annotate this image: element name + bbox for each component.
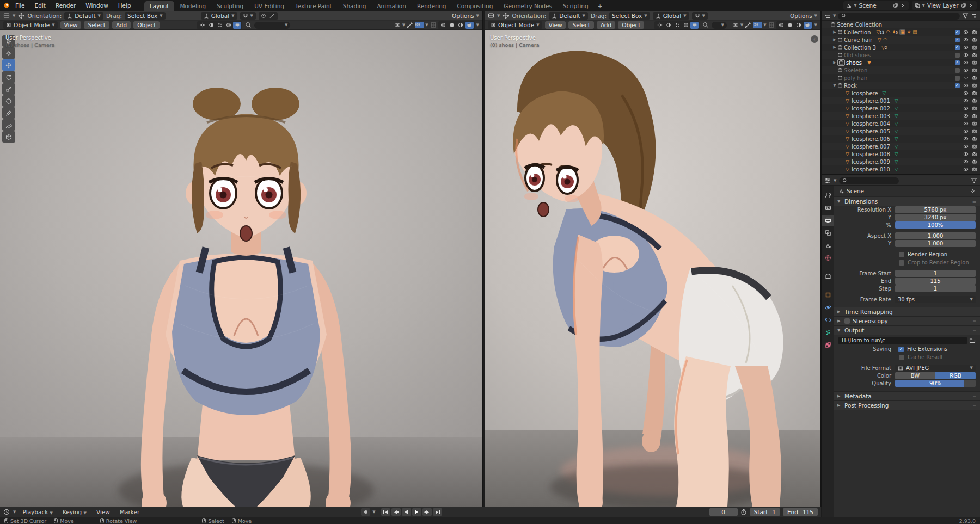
file-extensions-checkbox[interactable]: ✓ (898, 347, 904, 352)
exclude-checkbox[interactable]: ✓ (955, 38, 960, 42)
shading-solid-icon[interactable] (786, 22, 794, 29)
hide-eye-icon[interactable] (962, 44, 970, 51)
outliner-row-icosphere-004[interactable]: ▽Icosphere.004▽ (822, 120, 980, 127)
blender-logo-icon[interactable] (3, 2, 10, 9)
shading-material-icon[interactable] (457, 22, 465, 29)
expand-arrow[interactable]: ▶ (832, 60, 837, 65)
render-visibility-icon[interactable] (971, 75, 978, 81)
percent-slider[interactable]: 100% (895, 221, 976, 229)
render-visibility-icon[interactable] (971, 29, 978, 35)
value-field[interactable]: 115 (895, 278, 976, 285)
shading-rendered-icon[interactable] (465, 22, 474, 29)
panel-menu-icon[interactable]: ☰ (972, 199, 977, 204)
render-visibility-icon[interactable] (971, 151, 978, 157)
proportional-edit-icon[interactable] (260, 13, 268, 20)
hide-eye-icon[interactable] (962, 59, 970, 66)
drag-dropdown[interactable]: Select Box▼ (609, 12, 650, 20)
render-visibility-icon[interactable] (971, 143, 978, 150)
snap-dropdown[interactable]: ▼ (240, 12, 256, 20)
menu-add[interactable]: Add (112, 21, 131, 29)
outliner-row-shoes[interactable]: ▶shoes▼✓ (822, 59, 980, 66)
panel-metadata[interactable]: ▶Metadata≡ (834, 391, 980, 400)
hide-eye-icon[interactable] (962, 158, 970, 165)
viewport-search-field[interactable]: ▼ (254, 22, 290, 29)
render-visibility-icon[interactable] (971, 59, 978, 66)
overlays-toggle-icon[interactable] (753, 22, 762, 28)
menu-object[interactable]: Object (133, 21, 160, 29)
add-cube-tool[interactable] (2, 131, 15, 143)
options-dropdown[interactable]: Options▼ (790, 13, 817, 19)
hide-eye-icon[interactable] (962, 143, 970, 150)
workspace-tab-scripting[interactable]: Scripting (558, 1, 594, 11)
outliner-row-collection[interactable]: ▶Collection▽13◠✦5▣✶▤✓ (822, 28, 980, 36)
menu-file[interactable]: File (11, 1, 29, 10)
global-orientation-icon[interactable] (224, 22, 232, 29)
play-button[interactable] (412, 508, 421, 516)
viewport-search-field[interactable]: ▼ (712, 22, 726, 29)
workspace-tab-geometry-nodes[interactable]: Geometry Nodes (498, 1, 558, 11)
exclude-checkbox[interactable]: ✓ (955, 60, 960, 65)
value-field[interactable]: 3240 px (895, 214, 976, 221)
object-visibility-icon[interactable] (732, 22, 739, 28)
close-icon[interactable] (969, 3, 974, 8)
transform-tool[interactable] (2, 95, 15, 107)
pin-icon[interactable] (970, 188, 976, 194)
menu-select[interactable]: Select (84, 21, 109, 29)
checkbox[interactable] (899, 260, 904, 266)
properties-tab-view-layer[interactable] (822, 227, 834, 238)
properties-tab-texture[interactable] (822, 340, 834, 350)
value-field[interactable]: 5760 px (895, 206, 976, 213)
hide-eye-icon[interactable] (962, 166, 970, 172)
properties-editor-icon[interactable] (824, 177, 831, 184)
active-tool-icon[interactable] (233, 22, 241, 29)
outliner-row-icosphere[interactable]: ▽Icosphere▽ (822, 89, 980, 97)
hide-eye-icon[interactable] (962, 151, 970, 157)
move-tool[interactable] (2, 59, 15, 71)
hide-eye-icon[interactable] (962, 97, 970, 104)
panel-post-processing[interactable]: ▶Post Processing≡ (834, 400, 980, 410)
play-reverse-button[interactable] (402, 508, 411, 516)
outliner-row-scene-collection[interactable]: Scene Collection (822, 21, 980, 28)
outliner-row-skeleton[interactable]: Skeleton (822, 66, 980, 74)
menu-select[interactable]: Select (568, 21, 593, 29)
rotate-tool[interactable] (2, 71, 15, 83)
shading-rendered-icon[interactable] (804, 22, 812, 29)
outliner-row-poly-hair[interactable]: poly hair (822, 74, 980, 82)
outliner-row-icosphere-005[interactable]: ▽Icosphere.005▽ (822, 127, 980, 135)
folder-icon[interactable] (969, 337, 976, 344)
gizmo-toggle-icon[interactable] (407, 22, 413, 28)
transform-orientation-dropdown[interactable]: Global▼ (653, 12, 689, 20)
cache-result-checkbox[interactable] (899, 355, 904, 360)
orientation-dropdown[interactable]: Default▼ (549, 12, 588, 20)
hide-eye-icon[interactable] (962, 52, 970, 58)
menu-edit[interactable]: Edit (30, 1, 50, 10)
outliner-editor-icon[interactable] (824, 13, 831, 19)
menu-object[interactable]: Object (618, 21, 644, 29)
object-visibility-icon[interactable] (394, 22, 401, 28)
outliner-row-collection-3[interactable]: ▶Collection 3▽2✓ (822, 44, 980, 51)
value-field[interactable]: 1 (895, 270, 976, 277)
next-keyframe-button[interactable] (422, 508, 432, 516)
value-field[interactable]: 1.000 (895, 240, 976, 247)
panel-stereoscopy[interactable]: ▶ Stereoscopy≡ (834, 316, 980, 325)
menu-add[interactable]: Add (597, 21, 615, 29)
global-orientation-icon[interactable] (682, 22, 690, 29)
outliner-row-icosphere-006[interactable]: ▽Icosphere.006▽ (822, 135, 980, 143)
close-icon[interactable] (901, 3, 906, 8)
workspace-tab-modeling[interactable]: Modeling (174, 1, 211, 11)
render-visibility-icon[interactable] (971, 36, 978, 43)
workspace-tab-shading[interactable]: Shading (338, 1, 372, 11)
outliner-row-icosphere-002[interactable]: ▽Icosphere.002▽ (822, 104, 980, 112)
outliner-row-icosphere-010[interactable]: ▽Icosphere.010▽ (822, 165, 980, 173)
shading-solid-icon[interactable] (448, 22, 456, 29)
checkbox[interactable] (899, 252, 904, 257)
gizmo-toggle-icon[interactable] (745, 22, 751, 28)
outliner-row-icosphere-009[interactable]: ▽Icosphere.009▽ (822, 158, 980, 165)
outliner-row-icosphere-007[interactable]: ▽Icosphere.007▽ (822, 143, 980, 150)
transform-orientation-dropdown[interactable]: Global▼ (201, 12, 237, 20)
filter-icon[interactable] (962, 13, 969, 19)
outliner-search-input[interactable] (838, 13, 960, 20)
menu-help[interactable]: Help (114, 1, 136, 10)
hide-eye-icon[interactable] (962, 29, 970, 35)
exclude-checkbox[interactable] (955, 76, 960, 81)
